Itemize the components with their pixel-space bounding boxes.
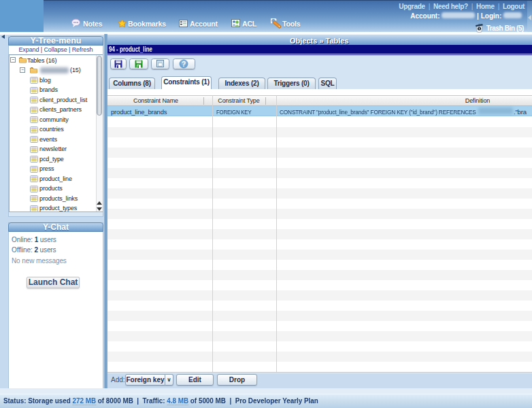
svg-text:?: ? (182, 61, 186, 68)
